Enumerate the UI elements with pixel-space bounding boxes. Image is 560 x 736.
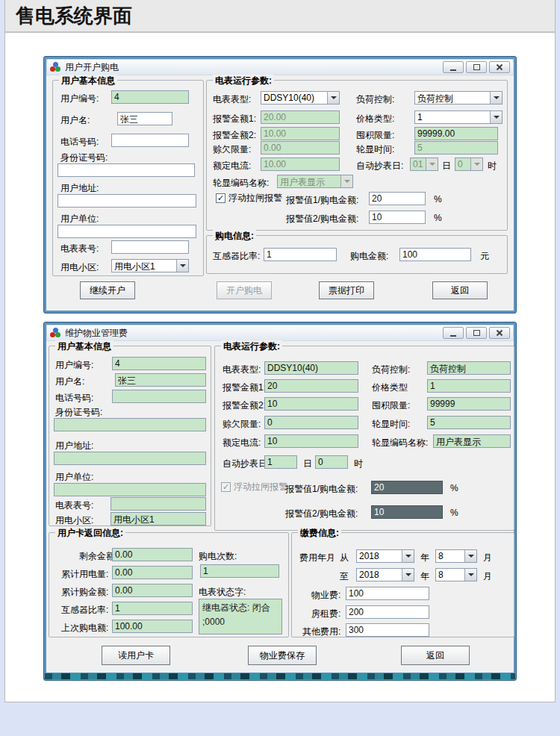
minimize-icon — [450, 69, 456, 71]
maximize-icon — [473, 330, 480, 336]
ct-ratio-input[interactable]: 1 — [264, 248, 337, 261]
address-input[interactable] — [57, 194, 196, 208]
last-buy-label: 上次购电额: — [61, 622, 108, 634]
phone-input[interactable] — [111, 134, 189, 147]
checkbox-check-icon: ✓ — [216, 193, 225, 203]
unit-input[interactable] — [57, 225, 196, 238]
alarm1-field: 20.00 — [261, 110, 340, 124]
credit-limit-label: 赊欠限量: — [213, 143, 251, 156]
month-from-select[interactable]: 8 — [435, 549, 477, 563]
user-name-input[interactable]: 张三 — [117, 112, 172, 125]
print-receipt-button[interactable]: 票据打印 — [319, 281, 374, 299]
purchase-amount-input[interactable]: 100 — [399, 248, 471, 261]
read-card-button[interactable]: 读用户卡 — [102, 646, 170, 665]
dropdown-button[interactable] — [490, 111, 502, 123]
total-energy-label: 累计用电量: — [61, 568, 108, 581]
month-from-value: 8 — [436, 550, 464, 562]
load-ctrl-label: 负荷控制: — [356, 93, 394, 106]
buy-times-field: 1 — [200, 564, 279, 578]
alarm-ratio2-input[interactable]: 10 — [371, 505, 443, 519]
phone-label: 电话号码: — [55, 392, 93, 405]
float-alarm-label: 浮动拉闸报警 — [228, 192, 282, 205]
alarm-ratio1-input[interactable]: 20 — [371, 481, 443, 494]
load-ctrl-select[interactable]: 负荷控制 — [414, 91, 503, 105]
maximize-button[interactable] — [466, 327, 487, 339]
district-label: 用电小区: — [60, 261, 99, 274]
phone-label: 电话号码: — [60, 136, 99, 149]
chevron-down-icon — [429, 163, 435, 166]
alarm-ratio1-input[interactable]: 20 — [369, 192, 426, 205]
auto-read-day-select: 01 — [410, 158, 438, 171]
chevron-down-icon — [331, 96, 337, 99]
close-button[interactable] — [489, 327, 510, 339]
save-property-fee-button[interactable]: 物业费保存 — [248, 646, 317, 665]
price-type-value: 1 — [415, 111, 490, 123]
auto-read-day-field: 1 — [264, 455, 297, 469]
year-to-select[interactable]: 2018 — [356, 568, 414, 581]
year-from-value: 2018 — [357, 550, 402, 562]
cycle-code-label: 轮显编码名称: — [372, 437, 428, 449]
continue-open-button[interactable]: 继续开户 — [80, 281, 135, 299]
group-card-return-info: 用户卡返回信息: 剩余金额: 0.00 累计用电量: 0.00 累计购金额: 0… — [49, 532, 289, 637]
year-from-select[interactable]: 2018 — [356, 549, 414, 563]
total-energy-field: 0.00 — [112, 566, 193, 579]
dropdown-button[interactable] — [464, 569, 476, 581]
dropdown-button — [470, 158, 482, 170]
auto-read-hour-field: 0 — [315, 455, 348, 469]
ct-ratio-label: 互感器比率: — [213, 250, 260, 263]
float-alarm-checkbox[interactable]: ✓ 浮动拉闸报警 — [216, 192, 282, 205]
app-icon — [50, 62, 61, 72]
back-button[interactable]: 返回 — [401, 646, 470, 665]
alarm-ratio1-label: 报警值1/购电金额: — [286, 194, 358, 207]
district-value: 用电小区1 — [112, 260, 176, 272]
district-label: 用电小区: — [55, 514, 93, 527]
rent-fee-input[interactable]: 200 — [346, 605, 429, 619]
float-alarm-checkbox: ✓ 浮动拉闸报警 — [221, 481, 287, 493]
yuan-label: 元 — [480, 250, 489, 263]
back-button[interactable]: 返回 — [432, 281, 488, 299]
credit-limit-field: 0 — [264, 416, 358, 429]
cycle-time-field: 5 — [414, 141, 498, 155]
load-ctrl-label: 负荷控制: — [372, 364, 410, 376]
dropdown-button[interactable] — [402, 569, 414, 581]
id-card-input[interactable] — [57, 163, 195, 177]
maximize-button[interactable] — [466, 61, 487, 73]
property-fee-input[interactable]: 100 — [346, 587, 429, 600]
close-icon — [496, 63, 503, 71]
chevron-down-icon — [494, 96, 500, 99]
alarm-ratio2-label: 报警值2/购电金额: — [285, 508, 358, 520]
float-alarm-label: 浮动拉闸报警 — [234, 481, 287, 493]
other-fee-input[interactable]: 300 — [346, 623, 429, 637]
last-buy-field: 100.00 — [112, 620, 193, 633]
alarm-ratio2-input[interactable]: 10 — [369, 210, 426, 224]
open-buy-button: 开户购电 — [217, 281, 272, 299]
dropdown-button[interactable] — [176, 260, 188, 272]
day-suffix-label: 日 — [303, 458, 312, 470]
meter-no-label: 电表表号: — [60, 243, 99, 255]
minimize-button[interactable] — [443, 61, 464, 73]
dropdown-button[interactable] — [402, 550, 414, 562]
month-suffix-label: 月 — [483, 552, 492, 564]
close-button[interactable] — [489, 61, 510, 73]
user-name-field: 张三 — [115, 373, 206, 387]
property-fee-label: 物业费: — [311, 589, 340, 602]
meter-type-select[interactable]: DDSY10(40) — [261, 91, 340, 105]
percent-label: % — [450, 508, 458, 518]
minimize-button[interactable] — [443, 327, 464, 339]
price-type-select[interactable]: 1 — [414, 110, 503, 124]
minimize-icon — [450, 335, 456, 337]
district-select[interactable]: 用电小区1 — [111, 259, 189, 272]
meter-no-input[interactable] — [111, 240, 189, 254]
group-meter-params: 电表运行参数: 电表表型: DDSY10(40) 负荷控制: 负荷控制 报警金额… — [206, 80, 508, 231]
auto-read-hour-value: 0 — [455, 158, 470, 170]
other-fee-label: 其他费用: — [302, 626, 340, 638]
chevron-down-icon — [405, 555, 411, 558]
group-user-basic-info: 用户基本信息 用户编号: 4 用户名: 张三 电话号码: 身份证号码: 用户地址… — [52, 80, 204, 276]
hour-suffix-label: 时 — [354, 458, 363, 470]
month-suffix-label: 月 — [483, 570, 492, 583]
dropdown-button[interactable] — [490, 92, 502, 104]
rated-current-label: 额定电流: — [223, 437, 261, 449]
month-to-select[interactable]: 8 — [435, 568, 477, 581]
dropdown-button[interactable] — [327, 92, 339, 104]
dropdown-button[interactable] — [464, 550, 476, 562]
